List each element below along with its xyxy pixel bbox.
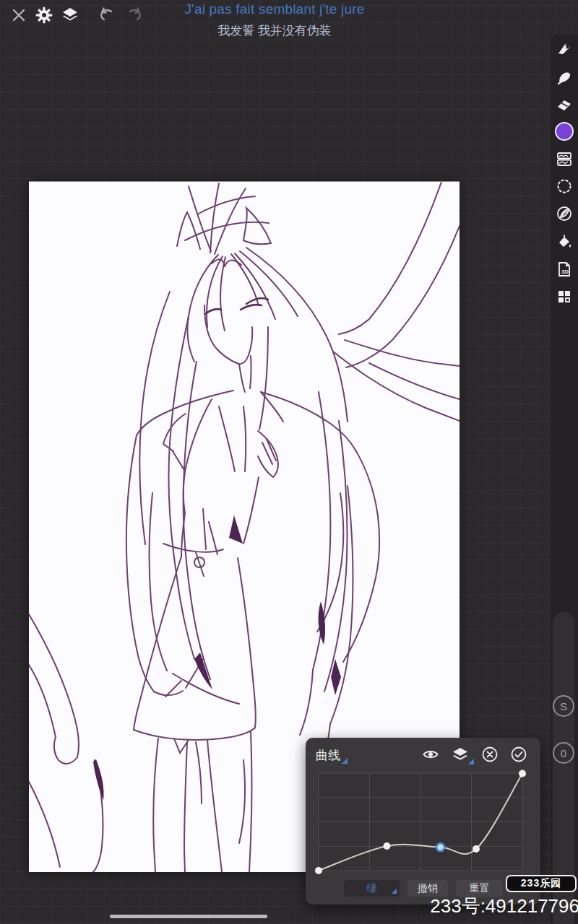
adjustments-tool[interactable] — [551, 148, 578, 170]
brush-tool[interactable] — [551, 38, 578, 60]
home-indicator[interactable] — [110, 915, 267, 918]
curve-point[interactable] — [519, 770, 526, 777]
curve-point[interactable] — [473, 845, 480, 853]
song-title-french: J'ai pas fait semblant j'te jure — [0, 1, 549, 17]
curve-point-selected[interactable] — [436, 843, 444, 851]
opacity-button[interactable]: 0 — [553, 742, 574, 764]
opacity-label: 0 — [561, 747, 566, 759]
color-swatch[interactable] — [551, 121, 578, 142]
confirm-icon[interactable] — [510, 746, 527, 763]
curve-reset-label: 重置 — [470, 882, 490, 895]
cancel-icon[interactable] — [481, 746, 499, 763]
curve-graph[interactable] — [319, 773, 522, 871]
watermark-badge: 233乐园 — [506, 875, 577, 892]
curves-panel-title[interactable]: 曲线 — [316, 747, 340, 764]
curve-point[interactable] — [383, 842, 390, 850]
visibility-eye-icon[interactable] — [422, 746, 439, 763]
layer-target-icon[interactable] — [452, 746, 469, 763]
song-title-chinese: 我发誓 我并没有伪装 — [0, 22, 549, 39]
lasso-tool[interactable] — [551, 175, 578, 197]
svg-text:3D: 3D — [561, 269, 569, 275]
current-color-dot — [555, 122, 574, 141]
watermark-badge-text: 233乐园 — [521, 877, 561, 890]
eraser-tool[interactable] — [551, 94, 578, 116]
fill-bucket-tool[interactable] — [551, 231, 578, 253]
channel-select-button[interactable]: 绿 — [344, 880, 400, 897]
watermark-id-text: 233号:491217796 — [430, 894, 578, 919]
3d-tool[interactable]: 3D — [551, 258, 578, 280]
curve-point[interactable] — [315, 867, 322, 874]
smudge-tool[interactable] — [551, 66, 578, 88]
vector-tool[interactable] — [551, 203, 578, 225]
stabilizer-label: S — [560, 700, 567, 712]
curves-title-dropdown-icon — [342, 758, 348, 764]
layer-dropdown-icon — [468, 759, 474, 764]
tool-sidebar: 3D S 0 — [551, 35, 578, 924]
pixel-grid-tool[interactable] — [551, 286, 578, 308]
channel-dropdown-icon — [392, 889, 397, 894]
curve-undo-label: 撤销 — [418, 882, 438, 895]
channel-label: 绿 — [367, 882, 377, 895]
stabilizer-button[interactable]: S — [553, 695, 574, 717]
app-screen: J'ai pas fait semblant j'te jure 我发誓 我并没… — [0, 0, 578, 924]
